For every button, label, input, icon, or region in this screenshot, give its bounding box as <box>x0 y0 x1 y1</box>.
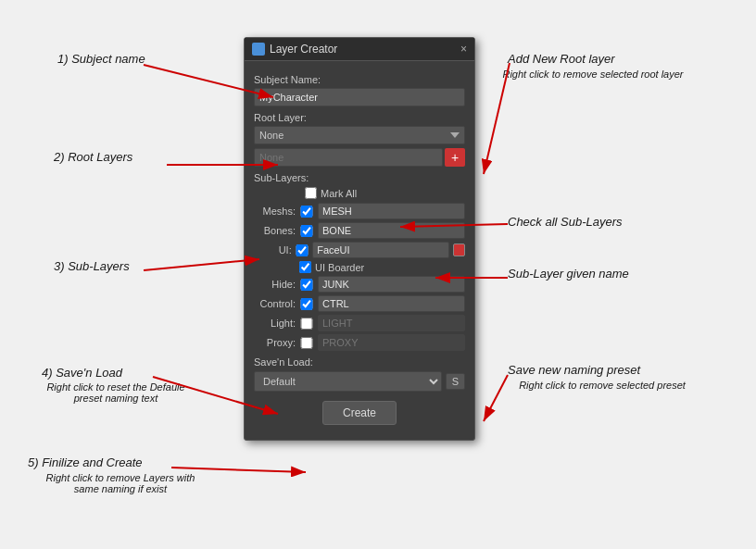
annotation-finalize-sub: Right click to remove Layers withsame na… <box>19 472 222 494</box>
sublayer-label-meshs: Meshs: <box>254 206 296 217</box>
sublayer-row-proxy: Proxy: <box>254 334 465 351</box>
sublayer-color-ui[interactable] <box>453 243 465 256</box>
sublayer-row-control: Control: <box>254 295 465 312</box>
annotation-add-new-root: Add New Root layer <box>508 52 615 66</box>
sublayer-label-proxy: Proxy: <box>254 337 296 348</box>
root-layer-row: None <box>254 126 465 144</box>
none-row: + <box>254 148 465 167</box>
sublayer-input-proxy <box>318 334 465 351</box>
root-layer-label: Root Layer: <box>254 112 465 123</box>
sublayer-check-proxy[interactable] <box>299 337 314 349</box>
saveln-row: Default S <box>254 371 465 392</box>
sublayer-label-bones: Bones: <box>254 225 296 236</box>
sublayer-label-ui: UI: <box>254 244 292 256</box>
saveln-label: Save'n Load: <box>254 356 465 368</box>
svg-line-6 <box>484 63 510 174</box>
sublayer-check-bones[interactable] <box>299 225 314 237</box>
root-layer-select[interactable]: None <box>254 126 465 144</box>
sublayer-input-light <box>318 315 465 331</box>
sublayer-row-meshs: Meshs: <box>254 203 465 219</box>
ui-boarder-row: UI Boarder <box>299 261 465 273</box>
sublayer-check-ui[interactable] <box>296 244 309 256</box>
sublayer-check-meshs[interactable] <box>299 206 314 218</box>
annotation-subject-name: 1) Subject name <box>57 52 145 66</box>
svg-line-5 <box>171 468 306 472</box>
subject-name-input[interactable] <box>254 88 465 106</box>
sublayer-input-bones[interactable] <box>318 222 465 239</box>
ui-boarder-checkbox[interactable] <box>299 261 311 273</box>
sublayer-check-hide[interactable] <box>299 279 314 291</box>
dialog-titlebar: Layer Creator × <box>245 38 474 61</box>
sublayers-title: Sub-Layers: <box>254 172 465 183</box>
mark-all-checkbox[interactable] <box>305 187 317 199</box>
saveln-save-button[interactable]: S <box>446 373 465 390</box>
annotation-save-load-sub: Right click to reset the Defaulepreset n… <box>28 381 204 404</box>
annotation-sub-layers: 3) Sub-Layers <box>54 259 130 273</box>
sublayer-check-light[interactable] <box>299 318 314 330</box>
svg-line-3 <box>144 259 259 270</box>
sublayer-input-ui[interactable] <box>312 242 449 258</box>
none-input[interactable] <box>254 148 443 167</box>
annotation-finalize: 5) Finilize and Create <box>28 455 143 469</box>
dialog-icon <box>252 43 265 56</box>
close-button[interactable]: × <box>460 43 467 56</box>
subject-name-label: Subject Name: <box>254 74 465 85</box>
sublayer-check-control[interactable] <box>299 298 314 310</box>
sublayer-row-hide: Hide: <box>254 276 465 293</box>
sublayer-input-hide[interactable] <box>318 276 465 293</box>
layer-creator-dialog: Layer Creator × Subject Name: Root Layer… <box>244 37 475 441</box>
sublayer-input-meshs[interactable] <box>318 203 465 219</box>
sublayers-section: Sub-Layers: Mark All Meshs: Bones: UI: <box>254 172 465 351</box>
ui-boarder-label: UI Boarder <box>315 262 364 273</box>
mark-all-label: Mark All <box>321 188 357 199</box>
dialog-body: Subject Name: Root Layer: None + Sub-Lay… <box>245 61 474 440</box>
sublayer-row-bones: Bones: <box>254 222 465 239</box>
dialog-title-text: Layer Creator <box>270 43 337 56</box>
annotation-check-all-sub: Check all Sub-Layers <box>508 215 623 229</box>
mark-all-row: Mark All <box>305 187 465 199</box>
saveln-select[interactable]: Default <box>254 371 442 392</box>
sublayer-label-hide: Hide: <box>254 279 296 290</box>
annotation-root-layers: 2) Root Layers <box>54 150 132 164</box>
annotation-save-preset: Save new naming preset <box>508 363 640 377</box>
annotation-add-new-root-sub: Right click to remove selected root laye… <box>500 69 686 80</box>
sublayer-row-ui: UI: <box>254 242 465 258</box>
add-root-layer-button[interactable]: + <box>445 148 465 167</box>
annotation-save-load: 4) Save'n Load <box>42 366 122 380</box>
annotation-sublayer-name: Sub-Layer given name <box>508 267 629 281</box>
create-button[interactable]: Create <box>322 401 397 425</box>
dialog-title: Layer Creator <box>252 43 337 56</box>
sublayer-input-control[interactable] <box>318 295 465 312</box>
annotation-save-preset-sub: Right click to remove selected preset <box>500 380 704 391</box>
sublayer-label-light: Light: <box>254 318 296 329</box>
sublayer-label-control: Control: <box>254 298 296 309</box>
sublayer-row-light: Light: <box>254 315 465 331</box>
svg-line-9 <box>484 375 508 421</box>
